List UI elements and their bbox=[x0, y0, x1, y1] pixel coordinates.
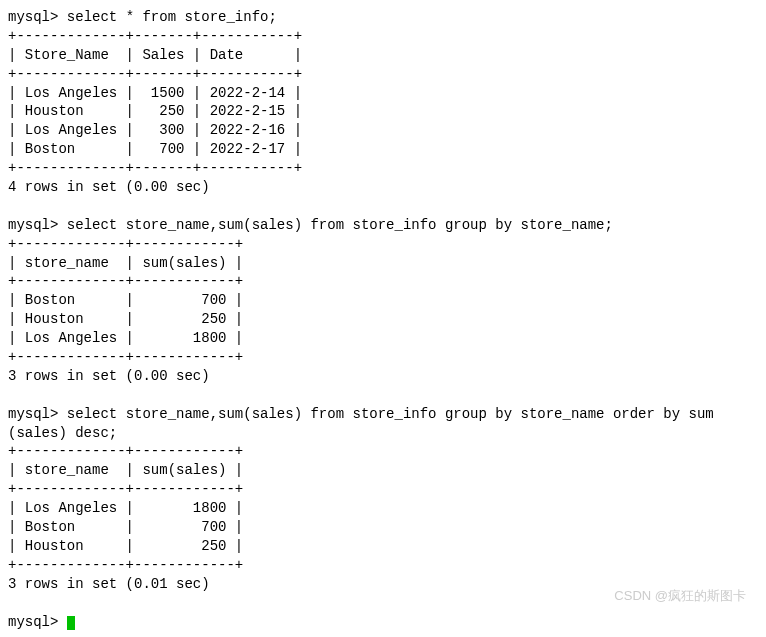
table-row: | Los Angeles | 1800 | bbox=[8, 500, 243, 516]
table-border: +-------------+------------+ bbox=[8, 273, 243, 289]
table-row: | Los Angeles | 300 | 2022-2-16 | bbox=[8, 122, 302, 138]
table-border: +-------------+-------+-----------+ bbox=[8, 28, 302, 44]
terminal-cursor[interactable] bbox=[67, 616, 75, 630]
result-summary: 4 rows in set (0.00 sec) bbox=[8, 179, 210, 195]
table-row: | Los Angeles | 1500 | 2022-2-14 | bbox=[8, 85, 302, 101]
table-border: +-------------+------------+ bbox=[8, 443, 243, 459]
table-border: +-------------+-------+-----------+ bbox=[8, 160, 302, 176]
sql-query-3: select store_name,sum(sales) from store_… bbox=[8, 406, 714, 441]
table-border: +-------------+------------+ bbox=[8, 236, 243, 252]
table-row: | Los Angeles | 1800 | bbox=[8, 330, 243, 346]
table-row: | Boston | 700 | bbox=[8, 292, 243, 308]
sql-query-1: select * from store_info; bbox=[67, 9, 277, 25]
table-row: | Houston | 250 | bbox=[8, 311, 243, 327]
table-border: +-------------+------------+ bbox=[8, 557, 243, 573]
table-row: | Houston | 250 | 2022-2-15 | bbox=[8, 103, 302, 119]
table-row: | Houston | 250 | bbox=[8, 538, 243, 554]
result-summary: 3 rows in set (0.00 sec) bbox=[8, 368, 210, 384]
table-header: | store_name | sum(sales) | bbox=[8, 255, 243, 271]
sql-query-2: select store_name,sum(sales) from store_… bbox=[67, 217, 613, 233]
table-header: | Store_Name | Sales | Date | bbox=[8, 47, 302, 63]
mysql-prompt: mysql> bbox=[8, 614, 58, 630]
table-row: | Boston | 700 | 2022-2-17 | bbox=[8, 141, 302, 157]
table-header: | store_name | sum(sales) | bbox=[8, 462, 243, 478]
mysql-prompt: mysql> bbox=[8, 9, 58, 25]
mysql-prompt: mysql> bbox=[8, 217, 58, 233]
result-summary: 3 rows in set (0.01 sec) bbox=[8, 576, 210, 592]
mysql-prompt: mysql> bbox=[8, 406, 58, 422]
table-row: | Boston | 700 | bbox=[8, 519, 243, 535]
table-border: +-------------+-------+-----------+ bbox=[8, 66, 302, 82]
watermark: CSDN @疯狂的斯图卡 bbox=[614, 587, 746, 605]
table-border: +-------------+------------+ bbox=[8, 349, 243, 365]
table-border: +-------------+------------+ bbox=[8, 481, 243, 497]
